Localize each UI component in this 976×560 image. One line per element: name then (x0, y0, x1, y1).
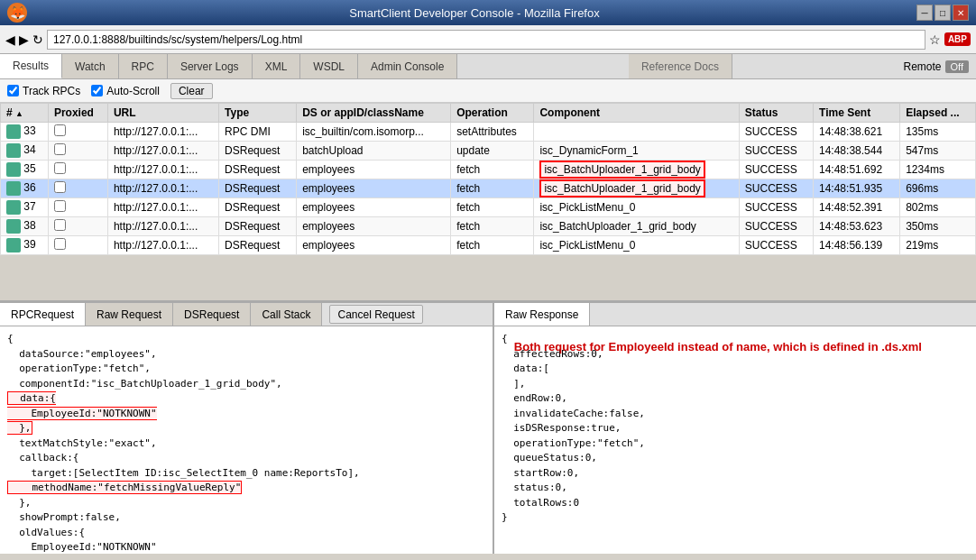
col-header-elapsed[interactable]: Elapsed ... (900, 104, 976, 123)
table-row[interactable]: 37 http://127.0.0.1:... DSRequest employ… (1, 198, 976, 217)
cell-ds: batchUpload (297, 142, 451, 161)
tab-call-stack[interactable]: Call Stack (251, 303, 322, 326)
clear-button[interactable]: Clear (170, 83, 213, 99)
row-icon (6, 219, 21, 234)
highlight-component: isc_BatchUploader_1_grid_body (539, 161, 704, 179)
proxied-checkbox[interactable] (54, 219, 66, 231)
table-row[interactable]: 36 http://127.0.0.1:... DSRequest employ… (1, 179, 976, 198)
cell-time: 14:48:51.935 (814, 179, 900, 198)
cell-ds: employees (297, 236, 451, 255)
cell-time: 14:48:51.692 (814, 161, 900, 179)
tab-server-logs[interactable]: Server Logs (168, 54, 253, 78)
cell-operation: update (451, 142, 534, 161)
cell-status: SUCCESS (739, 236, 813, 255)
cell-url: http://127.0.0.1:... (107, 161, 218, 179)
auto-scroll-checkbox[interactable] (91, 85, 103, 96)
tab-raw-request[interactable]: Raw Request (86, 303, 173, 326)
off-badge: Off (945, 60, 969, 73)
col-header-status[interactable]: Status (739, 104, 813, 123)
cell-proxied (48, 161, 107, 179)
cell-status: SUCCESS (739, 142, 813, 161)
col-header-num[interactable]: # ▲ (1, 104, 49, 123)
cell-url: http://127.0.0.1:... (107, 142, 218, 161)
forward-icon[interactable]: ▶ (19, 32, 29, 47)
proxied-checkbox[interactable] (54, 143, 66, 155)
address-bar: ◀ ▶ ↻ ☆ ABP (0, 25, 976, 54)
reload-icon[interactable]: ↻ (32, 32, 43, 47)
cell-ds: employees (297, 179, 451, 198)
cell-component (534, 123, 739, 142)
cell-time: 14:48:38.621 (814, 123, 900, 142)
table-row[interactable]: 39 http://127.0.0.1:... DSRequest employ… (1, 236, 976, 255)
tab-wsdl[interactable]: WSDL (300, 54, 358, 78)
proxied-checkbox[interactable] (54, 181, 66, 193)
proxied-checkbox[interactable] (54, 124, 66, 136)
track-rpcs-checkbox[interactable] (7, 85, 19, 96)
rpc-table: # ▲ Proxied URL Type DS or appID/classNa… (0, 103, 976, 255)
cell-elapsed: 350ms (900, 217, 976, 236)
proxied-checkbox[interactable] (54, 238, 66, 250)
tab-results[interactable]: Results (0, 54, 62, 78)
remote-label: Remote (903, 60, 941, 73)
col-header-url[interactable]: URL (107, 104, 218, 123)
cell-type: DSRequest (219, 179, 297, 198)
cell-type: DSRequest (219, 198, 297, 217)
col-header-time[interactable]: Time Sent (814, 104, 900, 123)
back-icon[interactable]: ◀ (5, 32, 15, 47)
cell-num: 38 (1, 217, 49, 236)
close-button[interactable]: ✕ (953, 5, 969, 21)
cell-proxied (48, 179, 107, 198)
table-row[interactable]: 38 http://127.0.0.1:... DSRequest employ… (1, 217, 976, 236)
cell-elapsed: 219ms (900, 236, 976, 255)
cell-url: http://127.0.0.1:... (107, 179, 218, 198)
col-header-operation[interactable]: Operation (451, 104, 534, 123)
tab-ds-request[interactable]: DSRequest (173, 303, 251, 326)
cell-elapsed: 696ms (900, 179, 976, 198)
tab-rpc-request[interactable]: RPCRequest (0, 303, 86, 326)
cell-status: SUCCESS (739, 179, 813, 198)
proxied-checkbox[interactable] (54, 200, 66, 212)
tab-rpc[interactable]: RPC (119, 54, 168, 78)
bookmark-icon[interactable]: ☆ (929, 32, 941, 47)
col-header-ds[interactable]: DS or appID/className (297, 104, 451, 123)
cell-elapsed: 1234ms (900, 161, 976, 179)
cell-status: SUCCESS (739, 123, 813, 142)
cell-elapsed: 135ms (900, 123, 976, 142)
cell-status: SUCCESS (739, 161, 813, 179)
cell-component: isc_BatchUploader_1_grid_body (534, 217, 739, 236)
tab-admin-console[interactable]: Admin Console (358, 54, 457, 78)
table-row[interactable]: 34 http://127.0.0.1:... DSRequest batchU… (1, 142, 976, 161)
proxied-checkbox[interactable] (54, 162, 66, 174)
address-input[interactable] (47, 30, 925, 50)
minimize-button[interactable]: ─ (916, 5, 933, 21)
table-row[interactable]: 35 http://127.0.0.1:... DSRequest employ… (1, 161, 976, 179)
cell-num: 37 (1, 198, 49, 217)
maximize-button[interactable]: □ (935, 5, 951, 21)
highlight-component: isc_BatchUploader_1_grid_body (539, 179, 704, 197)
tab-watch[interactable]: Watch (62, 54, 119, 78)
cell-operation: fetch (451, 179, 534, 198)
toolbar: Track RPCs Auto-Scroll Clear (0, 79, 976, 103)
firefox-icon: 🦊 (7, 3, 27, 23)
tab-raw-response[interactable]: Raw Response (494, 303, 590, 326)
tab-xml[interactable]: XML (253, 54, 301, 78)
cell-ds: isc_builtin/com.isomorp... (297, 123, 451, 142)
col-header-type[interactable]: Type (219, 104, 297, 123)
cell-elapsed: 547ms (900, 142, 976, 161)
window-controls: ─ □ ✕ (916, 5, 969, 21)
col-header-proxied[interactable]: Proxied (48, 104, 107, 123)
abp-badge[interactable]: ABP (944, 32, 971, 46)
cell-num: 36 (1, 179, 49, 198)
cancel-request-button[interactable]: Cancel Request (329, 305, 422, 324)
track-rpcs-label[interactable]: Track RPCs (7, 85, 80, 97)
row-icon (6, 238, 21, 252)
table-row[interactable]: 33 http://127.0.0.1:... RPC DMI isc_buil… (1, 123, 976, 142)
highlight-data-block: data:{ EmployeeId:"NOTKNOWN" }, (7, 391, 157, 435)
cell-component: isc_BatchUploader_1_grid_body (534, 179, 739, 198)
window-title: SmartClient Developer Console - Mozilla … (32, 6, 916, 20)
col-header-component[interactable]: Component (534, 104, 739, 123)
auto-scroll-label[interactable]: Auto-Scroll (91, 85, 160, 97)
highlight-method-name: methodName:"fetchMissingValueReply" (7, 481, 242, 494)
cell-url: http://127.0.0.1:... (107, 217, 218, 236)
tab-reference-docs[interactable]: Reference Docs (629, 54, 732, 78)
